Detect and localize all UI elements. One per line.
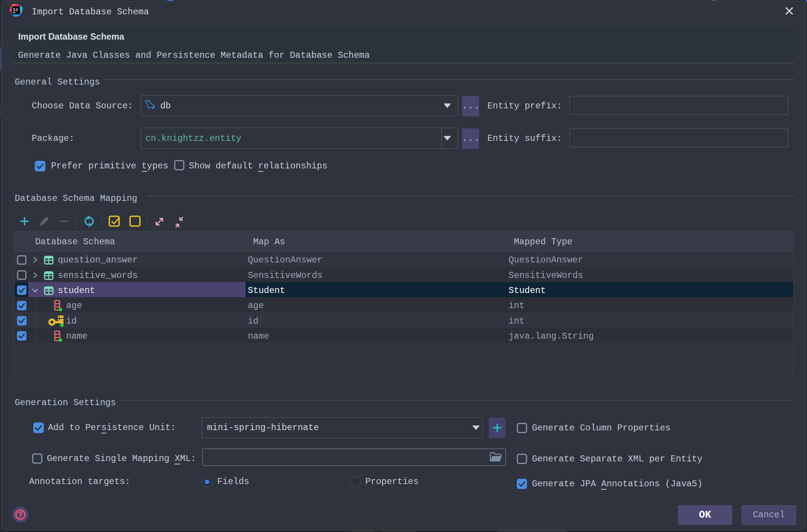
svg-text:IJ: IJ xyxy=(13,7,18,12)
